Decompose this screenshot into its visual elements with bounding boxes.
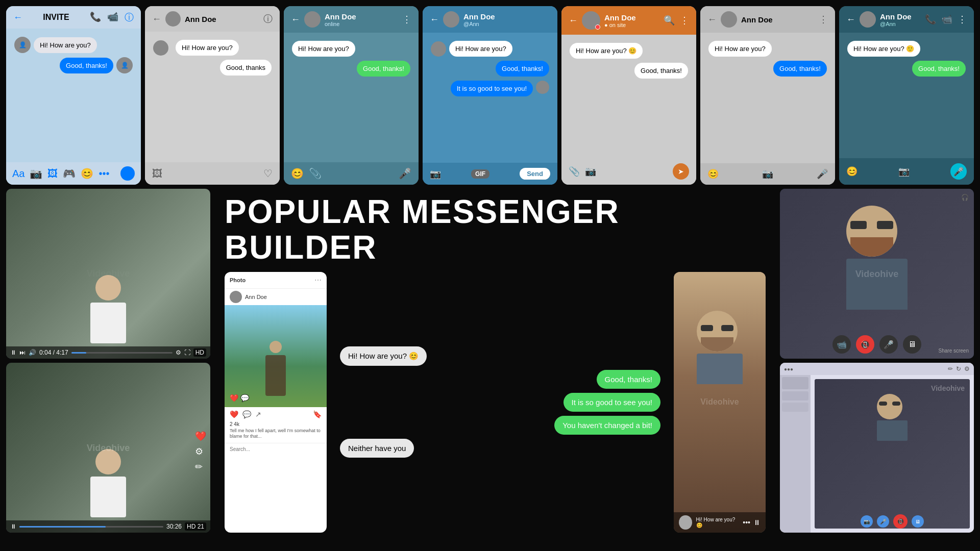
emoji-icon[interactable]: 😊 [81,167,93,180]
card3-back-icon[interactable]: ← [291,14,300,25]
pause-icon[interactable]: ⏸ [753,518,761,527]
left-bottom-video: Videohive ❤️ ⚙ ✏ ⏸ 30:26 HD 21 [6,363,210,533]
info-icon[interactable]: ⓘ [125,11,134,23]
mic-btn[interactable]: 🎤 [877,515,889,528]
video-icon[interactable]: 📹 [107,11,118,23]
info-icon[interactable]: ⓘ [263,13,273,25]
card5-back-icon[interactable]: ← [569,15,578,26]
sidebar-item[interactable] [782,391,808,400]
center-content: POPULAR MESSENGER BUILDER Photo ⋯ Ann Do… [214,189,776,533]
heart-icon[interactable]: ♡ [263,167,273,180]
card7-back-icon[interactable]: ← [846,14,855,25]
message-bubble: Hi! How are you? [708,41,772,57]
recv-message: Hi! How are you? [153,40,272,56]
refresh-icon[interactable]: ↻ [956,365,961,372]
card7-icons: 📞 📹 ⋮ [925,14,967,25]
card7-header: ← Ann Doe @Ann 📞 📹 ⋮ [839,6,974,33]
edit-icon[interactable]: ✏ [948,365,953,372]
comment-icon[interactable]: 💬 [240,394,249,402]
attach-icon[interactable]: 📎 [309,167,322,180]
card4-back-icon[interactable]: ← [430,14,439,25]
message-bubble: Good, thanks! [496,61,549,77]
image-icon[interactable]: 🖼 [47,168,58,180]
mic-icon[interactable]: 🎤 [399,167,411,180]
face-video-label: Hi! How are you? 😊 [696,517,739,528]
sidebar-item[interactable] [782,403,808,412]
settings-icon[interactable]: ⚙ [964,365,970,372]
video-call-btn[interactable]: 📹 [832,335,851,354]
more-icon[interactable]: ••• [99,168,109,180]
game-icon[interactable]: 🎮 [63,167,76,180]
mic-icon[interactable]: 🎤 [817,168,828,180]
heart-icon[interactable]: ❤️ [195,431,206,442]
card2-back-icon[interactable]: ← [152,14,161,24]
edit-icon[interactable]: ✏ [195,461,206,472]
more-icon[interactable]: ⋮ [819,14,828,25]
send-button[interactable]: 🎤 [950,163,967,180]
send-button[interactable]: ➤ [673,163,689,180]
chat-bubble-4: You haven't changed a bit! [554,416,660,435]
screen-btn[interactable]: 🖥 [912,515,924,528]
more-icon[interactable]: ⋮ [680,15,689,26]
search-input[interactable] [230,446,322,452]
message-bubble: Good, thanks [220,60,272,76]
card1-title: INVITE [28,13,85,22]
emoji-icon[interactable]: 😊 [846,166,857,177]
attach-icon[interactable]: 📎 [569,166,580,177]
emoji-icon[interactable]: 😊 [707,168,719,180]
mute-btn[interactable]: 🎤 [879,335,898,354]
camera-icon[interactable]: 📷 [762,168,773,180]
message-bubble: Good, thanks! [634,63,688,79]
screen-share-btn[interactable]: 🖥 [903,335,921,354]
card4-header: ← Ann Doe @Ann [423,6,557,33]
cam-btn[interactable]: 📷 [861,515,873,528]
phone-icon[interactable]: 📞 [925,14,936,25]
camera-icon[interactable]: 📷 [30,167,42,180]
more-icon[interactable]: ⋮ [402,14,411,25]
phone-icon[interactable]: 📞 [90,11,101,23]
card7-name: Ann Doe [880,12,921,21]
progress-bar[interactable] [71,352,173,354]
card3-body: Hi! How are you? Good, thanks! [284,33,419,162]
screen-sidebar [780,375,811,533]
card5-status: ● on site [604,22,659,28]
text-icon[interactable]: Aa [12,168,24,180]
more-icon[interactable]: ⋯ [314,276,322,284]
end-btn[interactable]: 📵 [893,514,908,529]
more-icon[interactable]: ••• [743,518,750,527]
emoji-icon[interactable]: 😊 [291,167,304,180]
share-icon[interactable]: ↗ [255,410,261,418]
fullscreen-icon[interactable]: ⛶ [184,349,190,356]
video-controls: ⏸ ⏭ 🔊 0:04 / 4:17 ⚙ ⛶ HD [6,346,210,359]
comment-icon[interactable]: 💬 [242,410,251,418]
search-icon[interactable]: 🔍 [664,15,675,26]
end-call-btn[interactable]: 📵 [856,335,874,354]
progress-bar[interactable] [19,526,163,528]
video-icon[interactable]: 📹 [941,14,952,25]
camera-icon[interactable]: 📷 [430,168,441,180]
pause-icon[interactable]: ⏸ [10,523,16,530]
more-icon[interactable]: ⋮ [958,14,967,25]
send-button[interactable]: ⬆ [120,166,135,181]
settings-icon[interactable]: ⚙ [195,446,206,457]
like-icon[interactable]: ❤️ [230,410,238,418]
camera-icon[interactable]: 📷 [585,166,596,177]
screen-title: ●●● [784,366,793,372]
settings-icon[interactable]: ⚙ [176,349,181,356]
card1-back-icon[interactable]: ← [13,12,22,23]
like-icon[interactable]: ❤️ [230,394,238,402]
image-icon[interactable]: 🖼 [152,168,162,180]
message-bubble: Good, thanks! [773,61,827,77]
sidebar-item[interactable] [782,377,808,389]
gif-button[interactable]: GIF [471,169,489,179]
camera-icon[interactable]: 📷 [898,166,910,177]
messenger-card-7: ← Ann Doe @Ann 📞 📹 ⋮ Hi! How are you? 🙂 … [839,6,974,185]
volume-icon[interactable]: 🔊 [29,349,36,356]
card6-back-icon[interactable]: ← [707,14,717,25]
card4-name: Ann Doe [463,12,550,21]
send-button[interactable]: Send [520,168,550,180]
bookmark-icon[interactable]: 🔖 [313,410,322,418]
recv-message: Hi! How are you? [292,41,410,57]
pause-icon[interactable]: ⏸ [10,349,16,356]
next-icon[interactable]: ⏭ [19,349,26,356]
